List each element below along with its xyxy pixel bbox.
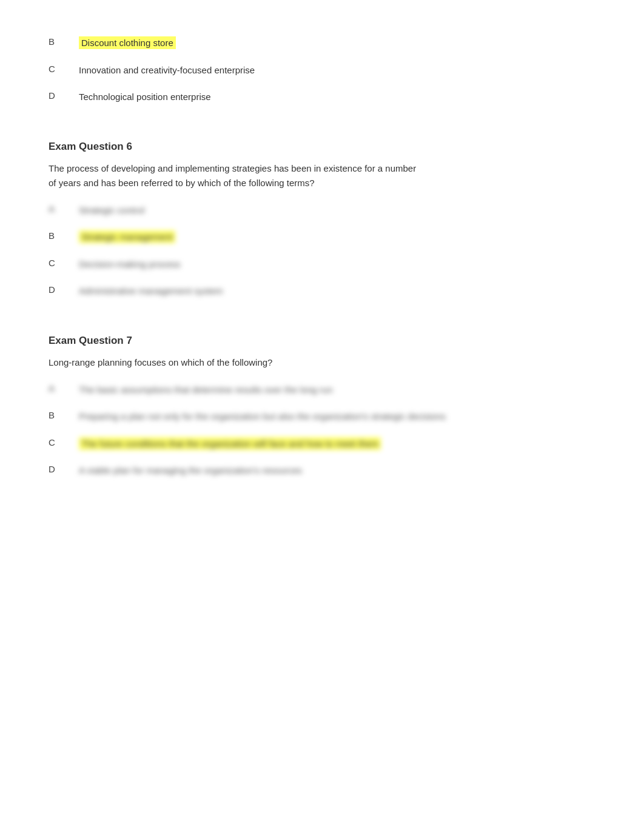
answer-letter: B bbox=[49, 410, 79, 420]
answer-text: Preparing a plan not only for the organi… bbox=[79, 410, 446, 424]
answer-letter: C bbox=[49, 258, 79, 268]
answer-row: B Strategic management bbox=[49, 230, 595, 244]
answer-text: The future conditions that the organizat… bbox=[79, 437, 381, 451]
question-5-partial: B Discount clothing store C Innovation a… bbox=[49, 36, 595, 104]
answer-text: The basic assumptions that determine res… bbox=[79, 383, 333, 397]
answer-text: A viable plan for managing the organizat… bbox=[79, 464, 302, 478]
question-6-text: The process of developing and implementi… bbox=[49, 161, 424, 190]
answer-letter: D bbox=[49, 464, 79, 474]
answer-text: Strategic management bbox=[79, 230, 175, 244]
answer-row: A Strategic control bbox=[49, 204, 595, 218]
answer-row: B Discount clothing store bbox=[49, 36, 595, 50]
answer-row: C Innovation and creativity-focused ente… bbox=[49, 64, 595, 78]
answer-text: Decision-making process bbox=[79, 258, 181, 272]
answer-row: C The future conditions that the organiz… bbox=[49, 437, 595, 451]
answer-row: D A viable plan for managing the organiz… bbox=[49, 464, 595, 478]
question-7: Exam Question 7 Long-range planning focu… bbox=[49, 335, 595, 478]
answer-letter: A bbox=[49, 204, 79, 214]
answer-letter: C bbox=[49, 64, 79, 74]
answer-letter: A bbox=[49, 383, 79, 394]
question-7-title: Exam Question 7 bbox=[49, 335, 595, 347]
answer-letter: B bbox=[49, 230, 79, 241]
answer-row: B Preparing a plan not only for the orga… bbox=[49, 410, 595, 424]
question-6-title: Exam Question 6 bbox=[49, 141, 595, 153]
question-7-text: Long-range planning focuses on which of … bbox=[49, 355, 424, 370]
answer-letter: C bbox=[49, 437, 79, 448]
answer-letter: D bbox=[49, 90, 79, 101]
question-6: Exam Question 6 The process of developin… bbox=[49, 141, 595, 298]
answer-letter: B bbox=[49, 36, 79, 47]
answer-letter: D bbox=[49, 284, 79, 295]
answer-row: C Decision-making process bbox=[49, 258, 595, 272]
answer-text: Discount clothing store bbox=[79, 36, 176, 50]
answer-row: A The basic assumptions that determine r… bbox=[49, 383, 595, 397]
answer-text: Strategic control bbox=[79, 204, 144, 218]
answer-row: D Administrative management system bbox=[49, 284, 595, 298]
answer-text: Administrative management system bbox=[79, 284, 223, 298]
answer-row: D Technological position enterprise bbox=[49, 90, 595, 104]
